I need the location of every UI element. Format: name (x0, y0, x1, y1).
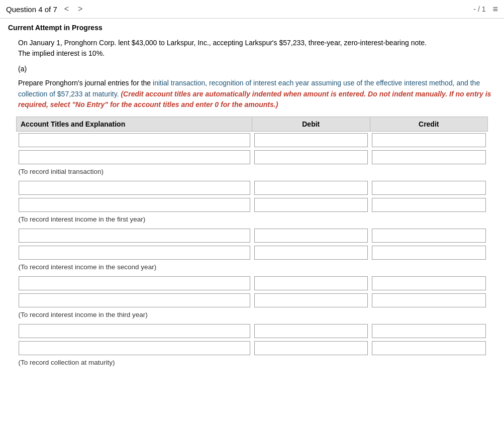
section3-row1-account-input[interactable] (19, 293, 250, 307)
content-area: Current Attempt in Progress On January 1… (0, 19, 504, 375)
score-label: - / 1 (473, 5, 485, 13)
section4-row1-account-input[interactable] (19, 341, 250, 355)
col-credit: Credit (370, 117, 488, 132)
question-label: Question 4 of 7 (6, 5, 57, 14)
col-account: Account Titles and Explanation (17, 117, 252, 132)
section2-row1-credit-input[interactable] (372, 246, 486, 260)
section1-row1-account-input[interactable] (19, 198, 250, 212)
table-row (17, 244, 488, 261)
prev-button[interactable]: < (62, 5, 71, 14)
problem-line2: The implied interest is 10%. (18, 49, 105, 57)
section-label-row: (To record collection at maturity) (17, 357, 488, 370)
section4-row1-credit-input[interactable] (372, 341, 486, 355)
section0-row0-account-input[interactable] (19, 133, 250, 147)
section2-label: (To record interest income in the second… (17, 261, 488, 275)
section2-row0-credit-input[interactable] (372, 229, 486, 243)
instructions-plain1: Prepare Pronghorn's journal entries for … (18, 79, 153, 87)
table-row (17, 179, 488, 196)
header-left: Question 4 of 7 < > (6, 5, 84, 14)
section0-row1-debit-input[interactable] (254, 150, 368, 164)
table-row (17, 132, 488, 149)
section0-row1-account-input[interactable] (19, 150, 250, 164)
section1-row0-credit-input[interactable] (372, 181, 486, 195)
section1-row0-debit-input[interactable] (254, 181, 368, 195)
table-row (17, 275, 488, 292)
next-button[interactable]: > (76, 5, 84, 14)
section4-row1-debit-input[interactable] (254, 341, 368, 355)
section1-label: (To record interest income in the first … (17, 213, 488, 227)
problem-text: On January 1, Pronghorn Corp. lent $43,0… (18, 38, 496, 59)
journal-table: Account Titles and Explanation Debit Cre… (16, 117, 488, 370)
section4-row0-debit-input[interactable] (254, 324, 368, 338)
section1-row0-account-input[interactable] (19, 181, 250, 195)
instructions: Prepare Pronghorn's journal entries for … (18, 78, 496, 111)
header: Question 4 of 7 < > - / 1 ≡ (0, 0, 504, 19)
section-label-row: (To record initial transaction) (17, 166, 488, 179)
section3-row1-debit-input[interactable] (254, 293, 368, 307)
table-row (17, 292, 488, 309)
menu-icon[interactable]: ≡ (492, 4, 498, 15)
section1-row1-debit-input[interactable] (254, 198, 368, 212)
section0-row0-credit-input[interactable] (372, 133, 486, 147)
problem-line1: On January 1, Pronghorn Corp. lent $43,0… (18, 39, 427, 47)
section3-row0-credit-input[interactable] (372, 276, 486, 290)
table-row (17, 227, 488, 244)
section3-label: (To record interest income in the third … (17, 309, 488, 322)
section3-row1-credit-input[interactable] (372, 293, 486, 307)
section1-row1-credit-input[interactable] (372, 198, 486, 212)
section4-label: (To record collection at maturity) (17, 357, 488, 370)
col-debit: Debit (252, 117, 370, 132)
table-row (17, 340, 488, 357)
section0-row1-credit-input[interactable] (372, 150, 486, 164)
table-row (17, 196, 488, 213)
section-label-row: (To record interest income in the first … (17, 213, 488, 227)
section2-row1-debit-input[interactable] (254, 246, 368, 260)
section3-row0-debit-input[interactable] (254, 276, 368, 290)
table-row (17, 149, 488, 166)
section-label-row: (To record interest income in the second… (17, 261, 488, 275)
section-label-row: (To record interest income in the third … (17, 309, 488, 322)
section0-row0-debit-input[interactable] (254, 133, 368, 147)
section-a-label: (a) (18, 65, 496, 73)
section2-row0-account-input[interactable] (19, 229, 250, 243)
section3-row0-account-input[interactable] (19, 276, 250, 290)
section2-row1-account-input[interactable] (19, 246, 250, 260)
section0-label: (To record initial transaction) (17, 166, 488, 179)
section4-row0-credit-input[interactable] (372, 324, 486, 338)
attempt-label: Current Attempt in Progress (8, 24, 496, 32)
table-row (17, 322, 488, 340)
section4-row0-account-input[interactable] (19, 324, 250, 338)
header-right: - / 1 ≡ (473, 4, 498, 15)
section2-row0-debit-input[interactable] (254, 229, 368, 243)
